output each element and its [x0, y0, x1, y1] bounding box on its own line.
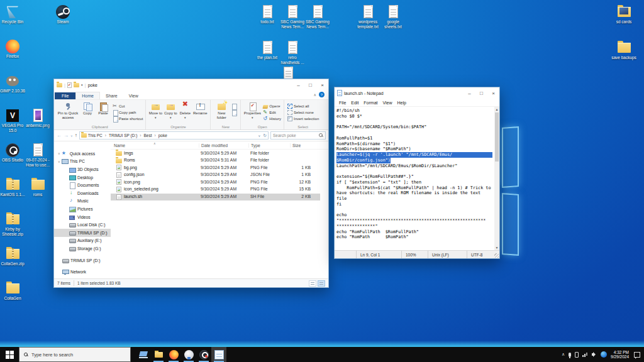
edge-globe-icon[interactable] [601, 351, 607, 358]
rename-button[interactable]: Rename [192, 101, 208, 116]
open-button[interactable]: Open [263, 103, 281, 109]
sidebar-item[interactable]: Videos [54, 213, 111, 221]
properties-button[interactable]: Properties [243, 101, 262, 120]
scroll-up-icon[interactable]: ▲ [494, 107, 499, 112]
desktop-icon[interactable]: VEGAS Pro 15.0 [0, 109, 25, 133]
sidebar-item[interactable]: TRIMUI SP (D:) [54, 256, 111, 265]
taskbar-app-button[interactable] [196, 347, 211, 362]
tray-overflow-chevron-icon[interactable]: ∧ [562, 352, 565, 357]
notepad-text-area[interactable]: #!/bin/sh echo $0 $* PATH="/mnt/SDCARD/S… [335, 107, 494, 250]
desktop-icon[interactable]: Recycle Bin [0, 5, 25, 25]
desktop-icon[interactable]: OBS Studio [0, 143, 25, 163]
back-icon[interactable]: ← [57, 133, 62, 138]
customize-qat-caret-icon[interactable]: ▾ [81, 83, 83, 87]
desktop-icon[interactable]: SBC Gaming News Tem... [305, 5, 330, 29]
scrollbar-thumb[interactable] [495, 112, 499, 162]
scroll-down-icon[interactable]: ▼ [494, 245, 499, 250]
close-button[interactable]: × [487, 87, 499, 99]
file-row[interactable]: icon.png 9/30/2024 5:29 AM PNG File 12 K… [111, 178, 320, 186]
file-row[interactable]: launch.sh 9/30/2024 5:29 AM SH File 2 KB [111, 194, 320, 201]
desktop-icon[interactable]: the plan.txt [255, 41, 280, 60]
menu-item[interactable]: Format [361, 101, 380, 105]
sidebar-item[interactable]: Documents [54, 181, 111, 189]
minimize-button[interactable]: – [464, 87, 475, 99]
ribbon-tab[interactable]: Share [100, 92, 123, 99]
close-button[interactable]: × [316, 79, 328, 90]
column-header[interactable]: Date modified [199, 143, 228, 148]
action-center-icon[interactable] [634, 352, 640, 358]
sidebar-item[interactable]: TRIMUI SP (D:) [54, 229, 111, 237]
desktop-icon[interactable]: anbernic.png [25, 109, 50, 128]
ribbon-tab[interactable]: Home [75, 92, 100, 99]
new-folder-button[interactable]: New folder [213, 101, 230, 120]
column-header[interactable]: Size [290, 143, 301, 148]
copy-path-button[interactable]: Copy path [113, 109, 143, 116]
desktop-icon[interactable]: roms [25, 178, 50, 197]
taskbar-app-button[interactable] [136, 347, 151, 362]
new-folder-icon[interactable] [74, 83, 79, 87]
desktop-icon[interactable]: KantOS 1.1... [0, 178, 25, 197]
new-item-button[interactable] [231, 103, 238, 109]
notepad-titlebar[interactable]: launch.sh - Notepad – □ × [335, 87, 499, 99]
edit-button[interactable]: Edit [263, 109, 281, 116]
phone-icon[interactable] [575, 352, 579, 358]
copy-button[interactable]: Copy [80, 101, 95, 116]
taskbar-search-input[interactable]: Type here to search [19, 347, 131, 362]
pin-to-quick-access-button[interactable]: Pin to Quick access [56, 101, 80, 120]
sidebar-item[interactable]: Downloads [54, 189, 111, 197]
minimize-button[interactable]: – [292, 79, 304, 90]
paste-button[interactable]: Paste [95, 101, 111, 116]
resize-grip[interactable] [494, 253, 499, 258]
desktop-icon[interactable]: 09-07-2024 - How to use... [25, 143, 50, 167]
history-button[interactable]: History [263, 116, 281, 122]
maximize-button[interactable]: □ [475, 87, 487, 99]
taskbar-app-button[interactable] [211, 347, 226, 362]
delete-button[interactable]: Delete [178, 101, 192, 120]
desktop-icon[interactable]: save backups [611, 41, 636, 60]
refresh-icon[interactable]: ↻ [263, 133, 267, 138]
microphone-icon[interactable] [569, 353, 571, 357]
explorer-search-input[interactable]: Search poke [270, 131, 326, 140]
details-view-button[interactable] [309, 280, 316, 287]
column-header[interactable]: Type [248, 143, 260, 148]
invert-selection-button[interactable]: Invert selection [287, 116, 319, 122]
cut-button[interactable]: Cut [113, 103, 143, 109]
select-none-button[interactable]: Select none [287, 109, 319, 116]
sidebar-item[interactable]: Local Disk (C:) [54, 221, 111, 229]
sidebar-item[interactable]: Quick access [54, 150, 111, 158]
desktop-icon[interactable]: GIMP 2.10.36 [0, 74, 25, 94]
taskbar-app-button[interactable] [181, 347, 196, 362]
icons-view-button[interactable] [318, 280, 325, 287]
ribbon-tab[interactable]: File [55, 92, 75, 99]
sidebar-item[interactable]: 3D Objects [54, 165, 111, 173]
desktop-icon[interactable]: retro handhelds ... [280, 41, 305, 65]
start-button[interactable] [0, 347, 19, 362]
column-header[interactable]: Name [112, 143, 125, 148]
maximize-button[interactable]: □ [304, 79, 316, 90]
file-row[interactable]: Roms 9/30/2024 5:31 AM File folder [111, 157, 320, 165]
volume-icon[interactable] [592, 352, 597, 357]
forward-icon[interactable]: → [64, 133, 69, 138]
paste-shortcut-button[interactable]: Paste shortcut [113, 116, 143, 122]
collapse-ribbon-icon[interactable]: ∧ [314, 92, 316, 97]
menu-item[interactable]: Help [395, 101, 409, 105]
sidebar-item[interactable]: This PC [54, 158, 111, 166]
desktop-icon[interactable]: CollaGen.zip [0, 247, 25, 266]
help-icon[interactable]: ? [319, 92, 325, 97]
breadcrumb-segment[interactable]: Best [138, 133, 153, 138]
menu-item[interactable]: Edit [348, 101, 361, 105]
breadcrumb-segment[interactable]: This PC [87, 133, 104, 138]
network-icon[interactable] [582, 352, 588, 357]
menu-item[interactable]: View [380, 101, 395, 105]
address-bar[interactable]: This PC TRIMUI SP (D:) Best poke ∨ ↻ [79, 131, 269, 140]
desktop-icon[interactable]: Firefox [0, 40, 25, 59]
taskbar-clock[interactable]: 4:32 PM 9/29/2024 [611, 350, 629, 359]
desktop-icon[interactable]: sd cards [611, 5, 636, 25]
sidebar-item[interactable]: Storage (G:) [54, 244, 111, 253]
explorer-titlebar[interactable]: | ▾ | poke – □ × [54, 79, 328, 90]
easy-access-button[interactable] [231, 109, 238, 116]
recent-locations-caret-icon[interactable]: ∨ [70, 134, 73, 138]
address-dropdown-caret-icon[interactable]: ∨ [258, 134, 260, 138]
file-row[interactable]: icon_selected.png 9/30/2024 5:29 AM PNG … [111, 186, 320, 194]
move-to-button[interactable]: Move to [148, 101, 163, 120]
